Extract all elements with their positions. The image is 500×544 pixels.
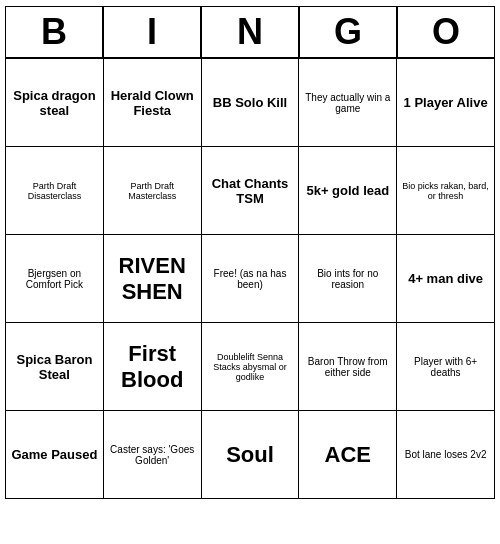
- bingo-cell-r4-c0: Game Paused: [6, 411, 104, 499]
- bingo-cell-r1-c2: Chat Chants TSM: [202, 147, 300, 235]
- bingo-cell-r1-c0: Parth Draft Disasterclass: [6, 147, 104, 235]
- bingo-cell-r3-c3: Baron Throw from either side: [299, 323, 397, 411]
- bingo-cell-r2-c2: Free! (as na has been): [202, 235, 300, 323]
- bingo-cell-r0-c2: BB Solo Kill: [202, 59, 300, 147]
- bingo-grid: Spica dragon stealHerald Clown FiestaBB …: [5, 58, 495, 499]
- bingo-cell-r2-c1: RIVEN SHEN: [104, 235, 202, 323]
- header-letter: N: [201, 6, 299, 58]
- bingo-cell-r4-c3: ACE: [299, 411, 397, 499]
- bingo-cell-r1-c4: Bio picks rakan, bard, or thresh: [397, 147, 495, 235]
- bingo-cell-r1-c1: Parth Draft Masterclass: [104, 147, 202, 235]
- bingo-cell-r1-c3: 5k+ gold lead: [299, 147, 397, 235]
- bingo-header: BINGO: [5, 6, 495, 58]
- bingo-cell-r0-c1: Herald Clown Fiesta: [104, 59, 202, 147]
- header-letter: G: [299, 6, 397, 58]
- bingo-cell-r4-c2: Soul: [202, 411, 300, 499]
- bingo-card: BINGO Spica dragon stealHerald Clown Fie…: [5, 6, 495, 499]
- bingo-cell-r0-c4: 1 Player Alive: [397, 59, 495, 147]
- bingo-cell-r3-c2: Doublelift Senna Stacks abysmal or godli…: [202, 323, 300, 411]
- bingo-cell-r2-c0: Bjergsen on Comfort Pick: [6, 235, 104, 323]
- bingo-cell-r0-c0: Spica dragon steal: [6, 59, 104, 147]
- bingo-cell-r3-c1: First Blood: [104, 323, 202, 411]
- bingo-cell-r2-c4: 4+ man dive: [397, 235, 495, 323]
- bingo-cell-r2-c3: Bio ints for no reasion: [299, 235, 397, 323]
- bingo-cell-r4-c4: Bot lane loses 2v2: [397, 411, 495, 499]
- bingo-cell-r4-c1: Caster says: 'Goes Golden': [104, 411, 202, 499]
- bingo-cell-r3-c0: Spica Baron Steal: [6, 323, 104, 411]
- header-letter: O: [397, 6, 495, 58]
- bingo-cell-r3-c4: Player with 6+ deaths: [397, 323, 495, 411]
- header-letter: B: [5, 6, 103, 58]
- header-letter: I: [103, 6, 201, 58]
- bingo-cell-r0-c3: They actually win a game: [299, 59, 397, 147]
